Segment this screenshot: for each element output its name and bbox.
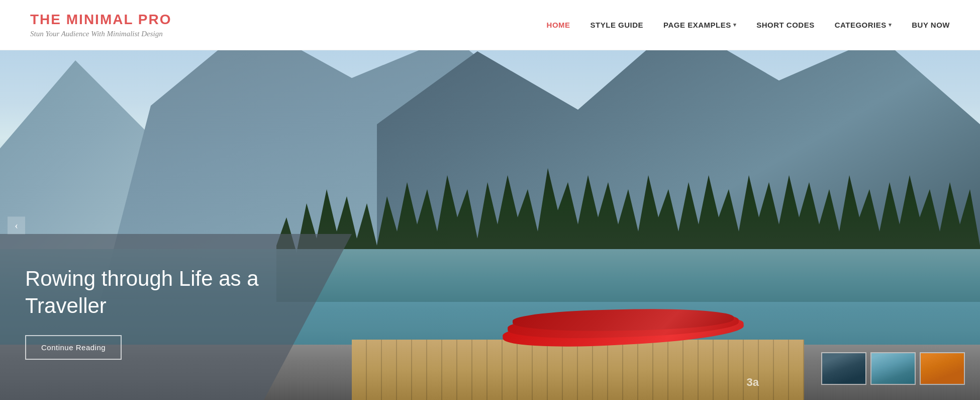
thumbnail-2[interactable] bbox=[870, 352, 916, 385]
logo-subtitle: Stun Your Audience With Minimalist Desig… bbox=[30, 30, 171, 38]
thumbnail-3[interactable] bbox=[920, 352, 965, 385]
categories-chevron-icon: ▾ bbox=[889, 22, 892, 28]
hero-thumbnails bbox=[821, 352, 965, 385]
thumbnail-1-image bbox=[822, 353, 865, 384]
logo-title[interactable]: THE MINIMAL PRO bbox=[30, 12, 171, 28]
page-examples-chevron-icon: ▾ bbox=[733, 22, 737, 28]
kayak-logo-text: 3a bbox=[747, 376, 759, 389]
header: THE MINIMAL PRO Stun Your Audience With … bbox=[0, 0, 980, 50]
hero-title: Rowing through Life as a Traveller bbox=[25, 265, 286, 320]
nav-item-page-examples[interactable]: PAGE EXAMPLES ▾ bbox=[663, 21, 736, 29]
hero-content: Rowing through Life as a Traveller Conti… bbox=[25, 265, 286, 360]
nav-item-short-codes[interactable]: SHORT CODES bbox=[756, 21, 815, 29]
logo-area: THE MINIMAL PRO Stun Your Audience With … bbox=[30, 12, 171, 38]
hero-prev-arrow[interactable]: ‹ bbox=[8, 216, 25, 234]
continue-reading-button[interactable]: Continue Reading bbox=[25, 335, 122, 360]
nav-item-home[interactable]: HOME bbox=[547, 21, 570, 29]
hero-section: 3a ‹ Rowing through Life as a Traveller … bbox=[0, 50, 980, 400]
thumbnail-2-image bbox=[871, 353, 915, 384]
nav-item-categories[interactable]: CATEGORIES ▾ bbox=[835, 21, 892, 29]
nav-item-buy-now[interactable]: BUY NOW bbox=[912, 21, 950, 29]
chevron-left-icon: ‹ bbox=[15, 219, 18, 231]
kayak-group bbox=[493, 314, 769, 355]
nav-item-style-guide[interactable]: STYLE GUIDE bbox=[591, 21, 644, 29]
thumbnail-3-image bbox=[921, 353, 964, 384]
thumbnail-1[interactable] bbox=[821, 352, 866, 385]
main-nav: HOME STYLE GUIDE PAGE EXAMPLES ▾ SHORT C… bbox=[547, 21, 950, 29]
